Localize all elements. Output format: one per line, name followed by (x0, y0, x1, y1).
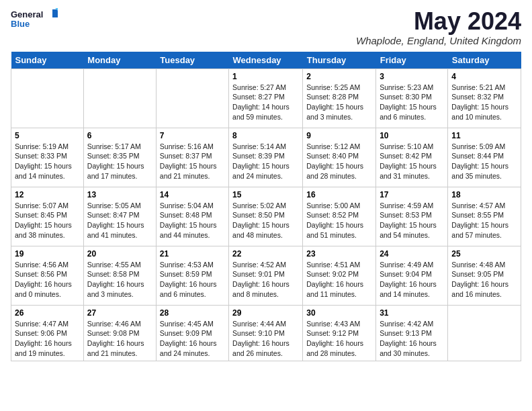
day-number: 3 (380, 72, 444, 81)
day-info: Sunrise: 4:52 AM Sunset: 9:01 PM Dayligh… (232, 260, 299, 300)
calendar-cell: 28Sunrise: 4:45 AM Sunset: 9:09 PM Dayli… (156, 305, 228, 361)
day-number: 27 (87, 308, 152, 318)
day-number: 14 (160, 190, 225, 199)
day-number: 5 (15, 131, 80, 140)
col-saturday: Saturday (448, 52, 521, 69)
day-number: 24 (380, 249, 444, 259)
day-number: 29 (232, 308, 299, 318)
day-info: Sunrise: 4:42 AM Sunset: 9:13 PM Dayligh… (380, 319, 444, 359)
day-info: Sunrise: 4:57 AM Sunset: 8:55 PM Dayligh… (451, 201, 517, 240)
day-number: 4 (451, 72, 517, 81)
day-info: Sunrise: 5:21 AM Sunset: 8:32 PM Dayligh… (451, 83, 517, 122)
calendar: Sunday Monday Tuesday Wednesday Thursday… (11, 52, 521, 362)
day-number: 9 (306, 131, 372, 140)
day-number: 8 (232, 131, 299, 140)
day-info: Sunrise: 4:45 AM Sunset: 9:09 PM Dayligh… (160, 319, 225, 359)
day-number: 23 (306, 249, 372, 259)
col-monday: Monday (83, 52, 156, 69)
calendar-cell: 6Sunrise: 5:17 AM Sunset: 8:35 PM Daylig… (83, 128, 156, 187)
subtitle: Whaplode, England, United Kingdom (356, 35, 521, 46)
calendar-cell: 11Sunrise: 5:09 AM Sunset: 8:44 PM Dayli… (448, 128, 521, 187)
calendar-cell: 9Sunrise: 5:12 AM Sunset: 8:40 PM Daylig… (303, 128, 376, 187)
day-info: Sunrise: 5:04 AM Sunset: 8:48 PM Dayligh… (160, 201, 225, 240)
day-info: Sunrise: 4:56 AM Sunset: 8:56 PM Dayligh… (15, 260, 80, 300)
day-number: 22 (232, 249, 299, 259)
day-number: 18 (451, 190, 517, 199)
day-info: Sunrise: 4:47 AM Sunset: 9:06 PM Dayligh… (15, 319, 80, 359)
day-number: 26 (15, 308, 80, 318)
calendar-cell (83, 68, 156, 128)
day-number: 10 (380, 131, 444, 140)
day-info: Sunrise: 5:27 AM Sunset: 8:27 PM Dayligh… (232, 83, 299, 122)
svg-marker-2 (52, 9, 58, 17)
calendar-cell: 5Sunrise: 5:19 AM Sunset: 8:33 PM Daylig… (11, 128, 84, 187)
day-info: Sunrise: 5:16 AM Sunset: 8:37 PM Dayligh… (160, 142, 225, 181)
calendar-cell: 7Sunrise: 5:16 AM Sunset: 8:37 PM Daylig… (156, 128, 228, 187)
day-number: 7 (160, 131, 225, 140)
calendar-cell (11, 68, 84, 128)
col-wednesday: Wednesday (229, 52, 303, 69)
month-title: May 2024 (356, 8, 521, 35)
day-number: 12 (15, 190, 80, 199)
day-number: 6 (87, 131, 152, 140)
logo: General Blue (11, 8, 58, 32)
day-info: Sunrise: 5:10 AM Sunset: 8:42 PM Dayligh… (380, 142, 444, 181)
day-info: Sunrise: 4:55 AM Sunset: 8:58 PM Dayligh… (87, 260, 152, 300)
calendar-cell: 14Sunrise: 5:04 AM Sunset: 8:48 PM Dayli… (156, 187, 228, 246)
calendar-week-2: 5Sunrise: 5:19 AM Sunset: 8:33 PM Daylig… (11, 128, 521, 187)
calendar-cell: 21Sunrise: 4:53 AM Sunset: 8:59 PM Dayli… (156, 246, 228, 305)
calendar-header-row: Sunday Monday Tuesday Wednesday Thursday… (11, 52, 521, 69)
day-info: Sunrise: 5:19 AM Sunset: 8:33 PM Dayligh… (15, 142, 80, 181)
calendar-cell (448, 305, 521, 361)
calendar-cell: 10Sunrise: 5:10 AM Sunset: 8:42 PM Dayli… (376, 128, 448, 187)
day-number: 30 (306, 308, 372, 318)
day-number: 31 (380, 308, 444, 318)
day-info: Sunrise: 5:23 AM Sunset: 8:30 PM Dayligh… (380, 83, 444, 122)
calendar-cell: 23Sunrise: 4:51 AM Sunset: 9:02 PM Dayli… (303, 246, 376, 305)
calendar-cell: 1Sunrise: 5:27 AM Sunset: 8:27 PM Daylig… (229, 68, 303, 128)
day-info: Sunrise: 4:59 AM Sunset: 8:53 PM Dayligh… (380, 201, 444, 240)
calendar-cell: 3Sunrise: 5:23 AM Sunset: 8:30 PM Daylig… (376, 68, 448, 128)
day-number: 28 (160, 308, 225, 318)
svg-text:General: General (11, 9, 43, 19)
day-info: Sunrise: 4:43 AM Sunset: 9:12 PM Dayligh… (306, 319, 372, 359)
day-number: 15 (232, 190, 299, 199)
day-info: Sunrise: 5:25 AM Sunset: 8:28 PM Dayligh… (306, 83, 372, 122)
calendar-cell: 15Sunrise: 5:02 AM Sunset: 8:50 PM Dayli… (229, 187, 303, 246)
day-info: Sunrise: 5:14 AM Sunset: 8:39 PM Dayligh… (232, 142, 299, 181)
day-number: 17 (380, 190, 444, 199)
calendar-cell: 30Sunrise: 4:43 AM Sunset: 9:12 PM Dayli… (303, 305, 376, 361)
col-friday: Friday (376, 52, 448, 69)
calendar-cell: 13Sunrise: 5:05 AM Sunset: 8:47 PM Dayli… (83, 187, 156, 246)
calendar-cell: 20Sunrise: 4:55 AM Sunset: 8:58 PM Dayli… (83, 246, 156, 305)
day-info: Sunrise: 4:44 AM Sunset: 9:10 PM Dayligh… (232, 319, 299, 359)
day-info: Sunrise: 5:12 AM Sunset: 8:40 PM Dayligh… (306, 142, 372, 181)
day-number: 25 (451, 249, 517, 259)
day-number: 2 (306, 72, 372, 81)
calendar-week-4: 19Sunrise: 4:56 AM Sunset: 8:56 PM Dayli… (11, 246, 521, 305)
day-number: 20 (87, 249, 152, 259)
day-info: Sunrise: 4:53 AM Sunset: 8:59 PM Dayligh… (160, 260, 225, 300)
calendar-cell (156, 68, 228, 128)
calendar-cell: 18Sunrise: 4:57 AM Sunset: 8:55 PM Dayli… (448, 187, 521, 246)
day-number: 13 (87, 190, 152, 199)
calendar-cell: 2Sunrise: 5:25 AM Sunset: 8:28 PM Daylig… (303, 68, 376, 128)
day-info: Sunrise: 4:49 AM Sunset: 9:04 PM Dayligh… (380, 260, 444, 300)
title-block: May 2024 Whaplode, England, United Kingd… (356, 8, 521, 46)
day-info: Sunrise: 4:46 AM Sunset: 9:08 PM Dayligh… (87, 319, 152, 359)
day-info: Sunrise: 4:51 AM Sunset: 9:02 PM Dayligh… (306, 260, 372, 300)
calendar-week-3: 12Sunrise: 5:07 AM Sunset: 8:45 PM Dayli… (11, 187, 521, 246)
day-info: Sunrise: 4:48 AM Sunset: 9:05 PM Dayligh… (451, 260, 517, 300)
day-number: 11 (451, 131, 517, 140)
day-number: 16 (306, 190, 372, 199)
calendar-week-5: 26Sunrise: 4:47 AM Sunset: 9:06 PM Dayli… (11, 305, 521, 361)
page: General Blue May 2024 Whaplode, England,… (0, 0, 532, 368)
calendar-cell: 27Sunrise: 4:46 AM Sunset: 9:08 PM Dayli… (83, 305, 156, 361)
calendar-cell: 12Sunrise: 5:07 AM Sunset: 8:45 PM Dayli… (11, 187, 84, 246)
col-tuesday: Tuesday (156, 52, 228, 69)
calendar-cell: 25Sunrise: 4:48 AM Sunset: 9:05 PM Dayli… (448, 246, 521, 305)
calendar-week-1: 1Sunrise: 5:27 AM Sunset: 8:27 PM Daylig… (11, 68, 521, 128)
day-info: Sunrise: 5:00 AM Sunset: 8:52 PM Dayligh… (306, 201, 372, 240)
day-number: 1 (232, 72, 299, 81)
calendar-cell: 29Sunrise: 4:44 AM Sunset: 9:10 PM Dayli… (229, 305, 303, 361)
